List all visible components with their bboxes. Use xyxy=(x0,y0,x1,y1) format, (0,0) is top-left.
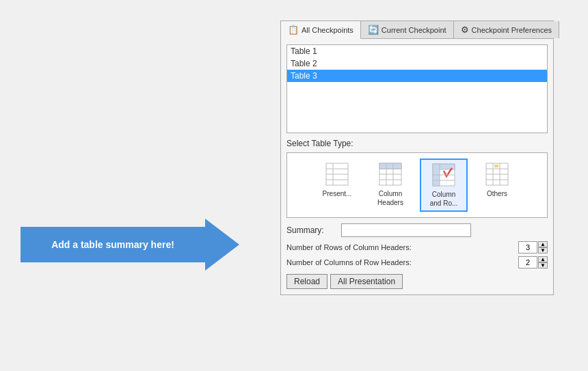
tab-all-checkpoints[interactable]: 📋 All Checkpoints xyxy=(281,21,361,39)
presentation-icon xyxy=(325,162,349,187)
tab-checkpoint-preferences-label: Checkpoint Preferences xyxy=(472,26,552,34)
tab-current-checkpoint-label: Current Checkpoint xyxy=(382,26,446,34)
table-type-column-row[interactable]: Columnand Ro... xyxy=(420,159,468,212)
reload-button[interactable]: Reload xyxy=(286,274,328,289)
rows-spinner-row: Number of Rows of Column Headers: ▲ ▼ xyxy=(286,241,548,253)
cols-spinner-buttons: ▲ ▼ xyxy=(538,256,548,269)
rows-increment-button[interactable]: ▲ xyxy=(538,241,548,247)
cols-decrement-button[interactable]: ▼ xyxy=(538,262,548,269)
table-type-column-headers[interactable]: ColumnHeaders xyxy=(366,159,414,212)
tab-current-checkpoint[interactable]: 🔄 Current Checkpoint xyxy=(361,21,454,38)
table-types-container: Present... ColumnHeaders xyxy=(293,159,542,212)
all-checkpoints-icon: 📋 xyxy=(288,25,299,35)
column-row-icon xyxy=(431,163,456,187)
column-headers-icon xyxy=(378,162,403,187)
current-checkpoint-icon: 🔄 xyxy=(368,25,379,35)
panel-content: Table 1 Table 2 Table 3 Select Table Typ… xyxy=(281,39,553,294)
table-type-presentation[interactable]: Present... xyxy=(313,159,361,212)
rows-input[interactable] xyxy=(518,241,537,253)
cols-increment-button[interactable]: ▲ xyxy=(538,256,548,262)
bottom-buttons: Reload All Presentation xyxy=(286,274,548,289)
checkpoint-preferences-icon: ⚙ xyxy=(461,25,469,35)
cols-spinner: ▲ ▼ xyxy=(518,256,548,269)
column-row-label: Columnand Ro... xyxy=(430,190,458,208)
svg-rect-6 xyxy=(379,163,401,169)
cols-input[interactable] xyxy=(518,256,537,269)
cols-label: Number of Columns of Row Headers: xyxy=(286,258,518,266)
select-table-type-label: Select Table Type: xyxy=(286,139,548,148)
rows-label: Number of Rows of Column Headers: xyxy=(286,243,518,251)
cols-spinner-row: Number of Columns of Row Headers: ▲ ▼ xyxy=(286,256,548,269)
summary-label: Summary: xyxy=(286,225,341,235)
others-icon xyxy=(485,162,509,187)
table-list[interactable]: Table 1 Table 2 Table 3 xyxy=(286,44,548,133)
summary-input[interactable] xyxy=(341,223,471,237)
presentation-label: Present... xyxy=(323,189,352,198)
hint-arrow: Add a table summary here! xyxy=(21,219,239,271)
column-headers-label: ColumnHeaders xyxy=(377,189,403,207)
rows-spinner-buttons: ▲ ▼ xyxy=(538,241,548,253)
tab-checkpoint-preferences[interactable]: ⚙ Checkpoint Preferences xyxy=(454,21,559,38)
arrow-text: Add a table summary here! xyxy=(44,239,181,250)
rows-decrement-button[interactable]: ▼ xyxy=(538,247,548,253)
svg-rect-23 xyxy=(494,165,498,167)
table-type-others[interactable]: Others xyxy=(473,159,521,212)
rows-spinner: ▲ ▼ xyxy=(518,241,548,253)
table-type-area: Present... ColumnHeaders xyxy=(286,152,548,218)
all-presentation-button[interactable]: All Presentation xyxy=(330,274,403,289)
main-panel: 📋 All Checkpoints 🔄 Current Checkpoint ⚙… xyxy=(280,20,554,295)
tab-all-checkpoints-label: All Checkpoints xyxy=(302,26,353,34)
tab-bar: 📋 All Checkpoints 🔄 Current Checkpoint ⚙… xyxy=(281,21,553,39)
table-list-item[interactable]: Table 2 xyxy=(287,57,547,70)
others-label: Others xyxy=(487,189,507,198)
table-list-item[interactable]: Table 1 xyxy=(287,45,547,57)
summary-row: Summary: xyxy=(286,223,548,237)
arrow-head-icon xyxy=(205,219,239,271)
table-list-item-selected[interactable]: Table 3 xyxy=(287,70,547,82)
